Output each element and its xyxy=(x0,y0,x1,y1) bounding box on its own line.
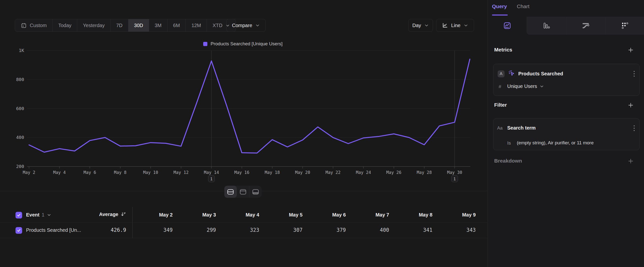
layout-split-view-button[interactable] xyxy=(224,186,237,198)
report-type-bar-tab[interactable] xyxy=(527,17,566,35)
breakdown-heading: Breakdown xyxy=(494,158,522,164)
x-axis-label: May 28 xyxy=(417,170,432,175)
query-builder-panel: Query Chart Metrics A Products Searched … xyxy=(488,0,644,267)
day-column-header[interactable]: May 7 xyxy=(346,212,389,218)
metrics-heading: Metrics xyxy=(494,47,512,53)
plus-icon xyxy=(628,158,634,164)
line-chart-plot: 2004006008001KMay 2May 4May 6May 8May 10… xyxy=(0,0,487,191)
x-axis-label: May 8 xyxy=(114,170,126,175)
insights-line-icon xyxy=(503,22,512,30)
plus-icon xyxy=(628,47,634,53)
day-value-cell: 307 xyxy=(259,227,302,233)
event-column-dropdown[interactable]: Event 1 xyxy=(26,212,52,218)
report-type-flows-tab[interactable] xyxy=(566,17,605,35)
kebab-menu-icon xyxy=(633,125,635,132)
plus-icon xyxy=(628,102,634,108)
press-cursor-icon xyxy=(508,70,515,77)
day-value-cell: 343 xyxy=(432,227,476,233)
bar-chart-icon xyxy=(542,22,550,30)
day-value-cell: 299 xyxy=(173,227,216,233)
checkmark-icon xyxy=(17,213,21,217)
y-axis-label: 400 xyxy=(16,135,24,140)
day-column-header[interactable]: May 6 xyxy=(302,212,346,218)
y-axis-label: 800 xyxy=(16,77,24,82)
series-line xyxy=(29,59,470,153)
x-axis-label: May 22 xyxy=(326,170,340,175)
y-axis-label: 600 xyxy=(16,106,24,111)
table-only-view-icon xyxy=(252,189,259,195)
measure-dropdown[interactable]: Unique Users xyxy=(507,84,544,89)
x-axis-label: May 24 xyxy=(356,170,371,175)
report-type-dots-grid-tab[interactable] xyxy=(605,17,644,35)
filter-operator[interactable]: Is xyxy=(507,140,511,146)
average-sort-header[interactable]: Average xyxy=(94,212,126,217)
tab-chart[interactable]: Chart xyxy=(517,4,529,9)
table-bottom-divider xyxy=(0,238,487,238)
measure-label: Unique Users xyxy=(507,84,537,89)
table-row-average: 426.9 xyxy=(88,227,126,233)
annotation-badge[interactable]: 1 xyxy=(208,175,215,182)
annotation-badge[interactable]: 1 xyxy=(452,175,458,182)
day-column-header[interactable]: May 3 xyxy=(173,212,216,218)
day-value-cell: 323 xyxy=(216,227,259,233)
filter-options-menu[interactable] xyxy=(631,125,637,132)
split-view-icon xyxy=(227,189,234,195)
metric-name[interactable]: Products Searched xyxy=(518,71,563,77)
day-column-header[interactable]: May 4 xyxy=(216,212,259,218)
x-axis-label: May 14 xyxy=(204,170,219,175)
layout-table-only-button[interactable] xyxy=(250,186,262,198)
x-axis-label: May 26 xyxy=(386,170,401,175)
select-all-events-checkbox[interactable] xyxy=(16,212,22,218)
report-type-insights-tab[interactable] xyxy=(488,17,527,35)
checkmark-icon xyxy=(17,228,21,232)
flows-icon xyxy=(582,22,590,30)
x-axis-label: May 16 xyxy=(234,170,249,175)
kebab-menu-icon xyxy=(633,70,635,78)
day-value-cell: 379 xyxy=(302,227,346,233)
x-axis-label: May 4 xyxy=(53,170,66,175)
x-axis-label: May 10 xyxy=(143,170,158,175)
sort-descending-icon xyxy=(120,212,126,217)
chevron-down-icon xyxy=(540,84,544,89)
table-row-name: Products Searched [Un... xyxy=(26,227,81,233)
metric-options-menu[interactable] xyxy=(631,70,637,78)
add-metric-button[interactable] xyxy=(627,46,634,54)
annotation-badge-label: 1 xyxy=(454,177,456,181)
x-axis-label: May 20 xyxy=(295,170,310,175)
filter-value[interactable]: (empty string), Air purifier, or 11 more xyxy=(517,140,594,146)
x-axis-label: May 12 xyxy=(174,170,188,175)
string-property-icon: Aa xyxy=(497,126,502,131)
average-label: Average xyxy=(99,212,118,217)
day-column-header[interactable]: May 5 xyxy=(259,212,302,218)
day-column-header[interactable]: May 2 xyxy=(130,212,173,218)
metric-letter-badge: A xyxy=(498,71,504,77)
metric-card xyxy=(493,64,640,96)
day-value-cell: 341 xyxy=(389,227,432,233)
layout-toggle-group xyxy=(224,186,262,198)
day-column-header[interactable]: May 8 xyxy=(389,212,432,218)
annotation-badge-label: 1 xyxy=(210,177,212,181)
x-axis-label: May 30 xyxy=(447,170,462,175)
day-value-cell: 349 xyxy=(130,227,173,233)
event-count: 1 xyxy=(42,212,44,218)
report-type-tabs xyxy=(488,17,644,35)
report-main-area: CustomTodayYesterday7D30D3M6M12MXTD Comp… xyxy=(0,0,487,267)
row-checkbox[interactable] xyxy=(16,227,22,234)
chart-only-view-icon xyxy=(240,189,246,195)
y-axis-label: 1K xyxy=(19,48,24,53)
event-label: Event xyxy=(26,212,39,218)
x-axis-label: May 18 xyxy=(265,170,280,175)
add-filter-button[interactable] xyxy=(627,102,634,109)
y-axis-label: 200 xyxy=(16,164,24,169)
tab-query[interactable]: Query xyxy=(492,4,507,9)
day-column-header[interactable]: May 9 xyxy=(432,212,476,218)
filter-heading: Filter xyxy=(494,102,507,108)
active-tab-indicator xyxy=(492,15,508,16)
add-breakdown-button[interactable] xyxy=(627,157,634,165)
filter-property-name[interactable]: Search term xyxy=(507,125,536,131)
chevron-down-icon xyxy=(47,212,52,217)
day-value-cell: 400 xyxy=(346,227,389,233)
layout-chart-only-button[interactable] xyxy=(237,186,250,198)
table-row-divider xyxy=(0,222,487,223)
dots-grid-icon xyxy=(621,22,629,30)
